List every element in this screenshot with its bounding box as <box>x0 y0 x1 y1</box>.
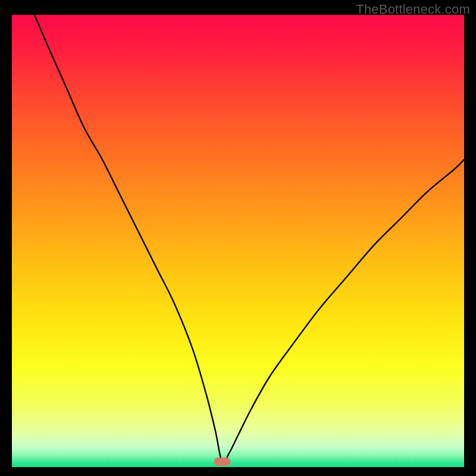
watermark-label: TheBottleneck.com <box>356 2 470 17</box>
bottleneck-chart <box>0 0 476 476</box>
gradient-background <box>12 15 464 467</box>
chart-frame: { "watermark": "TheBottleneck.com", "plo… <box>0 0 476 476</box>
optimal-marker <box>214 458 230 466</box>
